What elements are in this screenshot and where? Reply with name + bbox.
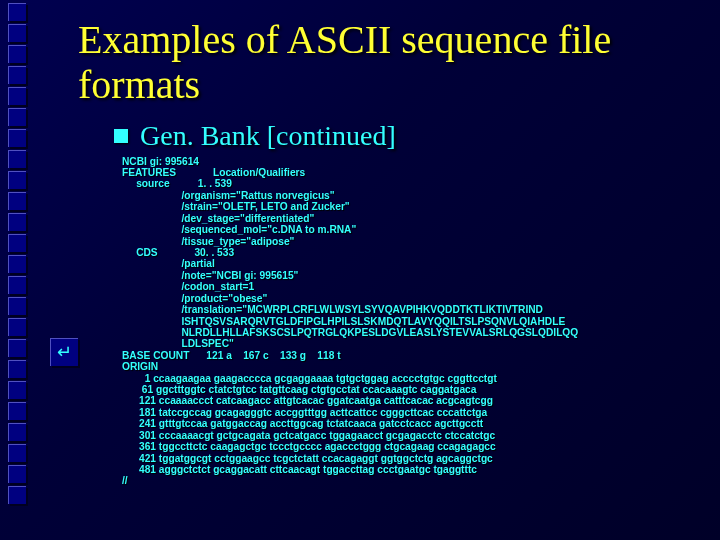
sequence-body: NCBI gi: 995614 FEATURES Location/Qualif… [122, 156, 682, 487]
slide-title: Examples of ASCII sequence file formats [78, 18, 678, 108]
enter-key-icon: ↵ [50, 338, 78, 366]
left-decorative-squares [8, 0, 36, 540]
slide: Examples of ASCII sequence file formats … [0, 0, 720, 540]
subtitle-row: Gen. Bank [continued] [114, 120, 690, 152]
bullet-icon [114, 129, 128, 143]
subtitle-text: Gen. Bank [continued] [140, 120, 396, 151]
